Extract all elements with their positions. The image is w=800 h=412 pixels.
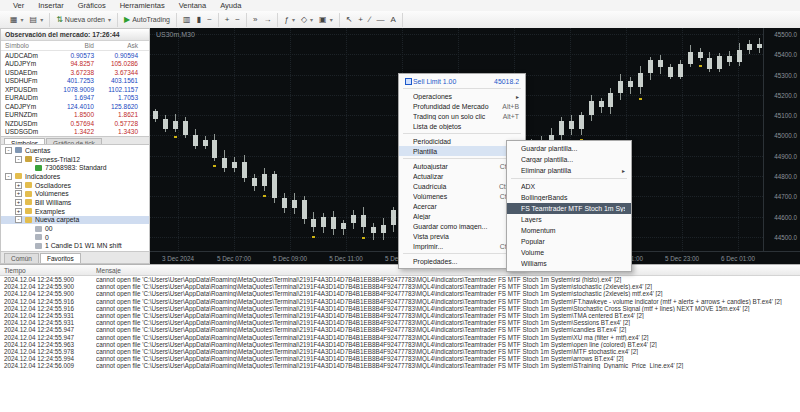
periods-icon[interactable]: ◇ — [298, 15, 316, 25]
context-sell-limit-1-00[interactable]: Sell Limit 1.0045018.2 — [399, 76, 525, 86]
context-profundidad-de-mercado[interactable]: Profundidad de MercadoAlt+B — [399, 101, 525, 111]
tree-expander-icon[interactable]: - — [5, 173, 12, 180]
journal-row[interactable]: 2024.12.04 12:24:55.947cannot open file … — [0, 326, 800, 333]
candle — [668, 67, 673, 77]
template-volume[interactable]: Volume — [507, 247, 631, 258]
journal-time-cell: 2024.12.04 12:24:55.963 — [0, 341, 96, 348]
candle — [302, 200, 307, 218]
navigator-item-0[interactable]: 0 — [1, 233, 149, 242]
journal-row[interactable]: 2024.12.04 12:24:55.931cannot open file … — [0, 319, 800, 326]
text-icon[interactable]: A — [387, 15, 398, 25]
auto-scroll-icon[interactable]: » — [250, 15, 260, 25]
tree-expander-icon[interactable]: + — [15, 190, 22, 197]
price-axis[interactable]: 44500.044600.044700.044800.044900.045000… — [763, 28, 800, 251]
autotrading-button[interactable]: ▶AutoTrading — [121, 15, 173, 25]
journal-row[interactable]: 2024.12.04 12:24:55.900cannot open file … — [0, 283, 800, 290]
market-watch-row[interactable]: USDAEDm3.672383.67344 — [1, 68, 149, 77]
market-watch-row[interactable]: EURAUDm1.69471.7053 — [1, 94, 149, 103]
market-watch-header-bid[interactable]: Bid — [55, 42, 99, 49]
menu-ver[interactable]: Ver — [6, 0, 31, 11]
indicators-icon[interactable]: ƒ — [281, 15, 297, 25]
navigator-item-bill-williams[interactable]: +Bill Williams — [1, 198, 149, 207]
journal-row[interactable]: 2024.12.04 12:24:55.916cannot open file … — [0, 298, 800, 305]
tree-expander-icon[interactable]: - — [5, 147, 12, 154]
navigator-item-nueva-carpeta[interactable]: -Nueva carpeta — [1, 216, 149, 225]
navigator-item-73068983-standard[interactable]: 73068983: Standard — [1, 163, 149, 172]
template-layers[interactable]: Layers — [507, 214, 631, 225]
candle — [678, 64, 683, 76]
template-popular[interactable]: Popular — [507, 236, 631, 247]
template-momentum[interactable]: Momentum — [507, 225, 631, 236]
context-trading-con-un-solo-clic[interactable]: Trading con un solo clicAlt+T — [399, 111, 525, 121]
profiles-icon[interactable]: ▤ — [27, 15, 47, 25]
crosshair-icon[interactable]: + — [355, 15, 366, 25]
market-watch-row[interactable]: EURNZDm1.85001.8621 — [1, 111, 149, 120]
template-adx[interactable]: ADX — [507, 181, 631, 192]
context-operaciones[interactable]: Operaciones▸ — [399, 91, 525, 101]
journal-row[interactable]: 2024.12.04 12:24:55.900cannot open file … — [0, 290, 800, 297]
zoom-out-icon[interactable]: − — [232, 15, 243, 25]
market-watch-row[interactable]: USDHUFm401.7253403.1561 — [1, 77, 149, 86]
navigator-item-cuentas[interactable]: -Cuentas — [1, 146, 149, 155]
menu-gra-ficos[interactable]: Gráficos — [71, 0, 113, 11]
market-watch-header-si-mbolo[interactable]: Símbolo — [1, 42, 55, 49]
menu-insertar[interactable]: Insertar — [31, 0, 70, 11]
chart-line-icon[interactable]: ~ — [204, 15, 215, 25]
templates-icon[interactable]: ▣ — [316, 15, 336, 25]
template-eliminar-plantilla[interactable]: Eliminar plantilla▸ — [507, 165, 631, 176]
bid-cell: 1078.9009 — [55, 86, 99, 93]
new-chart-icon[interactable]: ▦ — [7, 15, 27, 25]
chart-candles-icon[interactable]: ▮ — [194, 15, 204, 25]
navigator-item-1-candle-d1-w1-mn-shift[interactable]: 1 Candle D1 W1 MN shift — [1, 242, 149, 251]
navigator-item-indicadores[interactable]: -Indicadores — [1, 172, 149, 181]
tree-expander-icon[interactable]: - — [15, 216, 22, 223]
market-watch-header-ask[interactable]: Ask — [99, 42, 143, 49]
journal-row[interactable]: 2024.12.04 12:24:55.931cannot open file … — [0, 312, 800, 319]
market-watch-row[interactable]: CADJPYm124.4010125.8620 — [1, 102, 149, 111]
signal-marker-icon — [639, 98, 642, 100]
market-watch-row[interactable]: USDSGDm1.34221.3430 — [1, 128, 149, 137]
chart-shift-icon[interactable]: → — [260, 15, 274, 25]
navigator-item-exness-trial12[interactable]: -Exness-Trial12 — [1, 155, 149, 164]
hline-icon[interactable]: ― — [373, 15, 387, 25]
template-bollingerbands[interactable]: BollingerBands — [507, 192, 631, 203]
navigator-item-00[interactable]: 00 — [1, 224, 149, 233]
journal-row[interactable]: 2024.12.04 12:24:55.994cannot open file … — [0, 355, 800, 362]
market-watch-row[interactable]: NZDUSDm0.576940.57728 — [1, 119, 149, 128]
journal-time-cell: 2024.12.04 12:24:55.900 — [0, 290, 96, 297]
cursor-icon[interactable]: ↖ — [343, 15, 356, 25]
navigator-item-osciladores[interactable]: +Osciladores — [1, 181, 149, 190]
template-williams[interactable]: Williams — [507, 258, 631, 269]
navigator-item-volu-menes[interactable]: +Volúmenes — [1, 189, 149, 198]
candle — [727, 56, 732, 62]
tree-expander-icon[interactable]: + — [15, 208, 22, 215]
context-lista-de-objetos[interactable]: Lista de objetos — [399, 121, 525, 131]
tree-expander-icon[interactable]: - — [15, 156, 22, 163]
market-watch-row[interactable]: XPDUSDm1078.90091102.1157 — [1, 85, 149, 94]
template-cargar-plantilla[interactable]: Cargar plantilla... — [507, 154, 631, 165]
menu-ventana[interactable]: Ventana — [172, 0, 214, 11]
tab-comu-n[interactable]: Común — [4, 253, 39, 263]
navigator-item-examples[interactable]: +Examples — [1, 207, 149, 216]
template-fs-teamtrader-mtf-stoch-1m-system-1[interactable]: FS Teamtrader MTF Stoch 1m System 1 — [507, 203, 631, 214]
journal-row[interactable]: 2024.12.04 12:24:55.963cannot open file … — [0, 341, 800, 348]
market-watch-row[interactable]: AUDJPYm94.8257105.0286 — [1, 60, 149, 69]
menu-ayuda[interactable]: Ayuda — [213, 0, 248, 11]
template-guardar-plantilla[interactable]: Guardar plantilla... — [507, 143, 631, 154]
chart-bars-icon[interactable]: ▥ — [180, 15, 194, 25]
menu-herramientas[interactable]: Herramientas — [113, 0, 172, 11]
zoom-in-icon[interactable]: + — [222, 15, 233, 25]
market-watch-row[interactable]: AUDCADm0.905730.90594 — [1, 51, 149, 60]
new-order-button[interactable]: ⇅Nueva orden — [53, 15, 114, 25]
trendline-icon[interactable]: ∕ — [366, 15, 373, 25]
tree-expander-icon[interactable]: + — [15, 182, 22, 189]
journal-row[interactable]: 2024.12.04 12:24:55.900cannot open file … — [0, 276, 800, 283]
candle — [698, 52, 703, 58]
journal-row[interactable]: 2024.12.04 12:24:55.978cannot open file … — [0, 348, 800, 355]
journal-row[interactable]: 2024.12.04 12:24:56.009cannot open file … — [0, 362, 800, 369]
tree-expander-icon[interactable]: + — [15, 199, 22, 206]
journal-row[interactable]: 2024.12.04 12:24:55.947cannot open file … — [0, 334, 800, 341]
journal-col-time[interactable]: Tiempo — [0, 267, 96, 274]
journal-row[interactable]: 2024.12.04 12:24:55.916cannot open file … — [0, 305, 800, 312]
tab-favoritos[interactable]: Favoritos — [40, 253, 81, 263]
